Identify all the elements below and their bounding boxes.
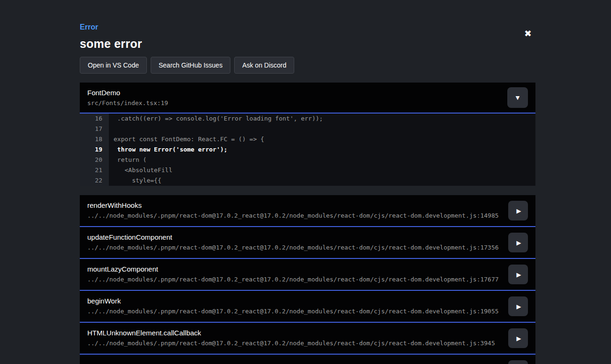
stack-frame-location: ../../node_modules/.pnpm/react-dom@17.0.… bbox=[87, 244, 528, 251]
line-source: style={{ bbox=[109, 175, 161, 186]
expand-frame-button[interactable]: ▶ bbox=[508, 233, 528, 252]
expand-frame-button[interactable]: ▶ bbox=[508, 360, 528, 364]
expand-frame-button[interactable]: ▶ bbox=[508, 296, 528, 316]
error-type-label: Error bbox=[80, 23, 535, 31]
error-overlay: ✖ Error some error Open in VS Code Searc… bbox=[80, 23, 535, 364]
line-source: <AbsoluteFill bbox=[109, 165, 172, 175]
play-icon: ▶ bbox=[517, 272, 521, 278]
code-frame-function-name: FontDemo bbox=[87, 89, 528, 97]
line-number: 17 bbox=[80, 124, 109, 134]
expand-frame-button[interactable]: ▶ bbox=[508, 265, 528, 284]
line-number: 21 bbox=[80, 165, 109, 175]
line-source: return ( bbox=[109, 155, 146, 165]
chevron-down-icon: ▼ bbox=[516, 95, 519, 100]
stack-frame-function-name: mountLazyComponent bbox=[87, 265, 528, 273]
action-buttons-row: Open in VS Code Search GitHub Issues Ask… bbox=[80, 57, 535, 74]
play-icon: ▶ bbox=[517, 303, 521, 310]
code-line: 16 .catch((err) => console.log('Error lo… bbox=[80, 114, 535, 124]
stack-frame-function-name: HTMLUnknownElement.callCallback bbox=[87, 329, 528, 337]
close-icon[interactable]: ✖ bbox=[524, 29, 532, 38]
line-number: 19 bbox=[80, 144, 109, 155]
stack-frame-function-name: beginWork bbox=[87, 297, 528, 305]
line-source bbox=[109, 124, 114, 134]
stack-frame-row: HTMLUnknownElement.callCallback ../../no… bbox=[80, 323, 535, 355]
stack-frame-row: mountLazyComponent ../../node_modules/.p… bbox=[80, 259, 535, 291]
code-frame-location: src/Fonts/index.tsx:19 bbox=[87, 99, 528, 107]
code-line: 20 return ( bbox=[80, 155, 535, 165]
play-icon: ▶ bbox=[517, 335, 521, 341]
code-line: 17 bbox=[80, 124, 535, 134]
code-frame: FontDemo src/Fonts/index.tsx:19 ▼ 16 .ca… bbox=[80, 83, 535, 186]
stack-frame-row: beginWork ../../node_modules/.pnpm/react… bbox=[80, 291, 535, 323]
action-button[interactable]: Search GitHub Issues bbox=[151, 57, 230, 74]
stack-frame-function-name: renderWithHooks bbox=[87, 201, 528, 210]
line-number: 18 bbox=[80, 134, 109, 144]
action-button[interactable]: Open in VS Code bbox=[80, 57, 147, 74]
expand-frame-button[interactable]: ▶ bbox=[508, 201, 528, 220]
stack-frame-location: ../../node_modules/.pnpm/react-dom@17.0.… bbox=[87, 276, 528, 283]
line-source: .catch((err) => console.log('Error loadi… bbox=[109, 114, 323, 124]
code-line: 19 throw new Error('some error'); bbox=[80, 144, 535, 155]
line-source: throw new Error('some error'); bbox=[109, 144, 228, 155]
error-message: some error bbox=[80, 38, 535, 50]
code-line: 22 style={{ bbox=[80, 175, 535, 186]
expand-frame-button[interactable]: ▶ bbox=[508, 328, 528, 348]
stack-frame-location: ../../node_modules/.pnpm/react-dom@17.0.… bbox=[87, 340, 528, 347]
stack-frame-row-partial: ▶ bbox=[80, 355, 535, 364]
code-body: 16 .catch((err) => console.log('Error lo… bbox=[80, 114, 535, 186]
stack-frame-row: renderWithHooks ../../node_modules/.pnpm… bbox=[80, 195, 535, 227]
code-frame-header: FontDemo src/Fonts/index.tsx:19 ▼ bbox=[80, 83, 535, 114]
stack-frame-function-name: updateFunctionComponent bbox=[87, 233, 528, 242]
line-number: 20 bbox=[80, 155, 109, 165]
collapse-code-button[interactable]: ▼ bbox=[507, 87, 528, 108]
stack-frame-list: renderWithHooks ../../node_modules/.pnpm… bbox=[80, 195, 535, 364]
stack-frame-location: ../../node_modules/.pnpm/react-dom@17.0.… bbox=[87, 308, 528, 315]
code-line: 21 <AbsoluteFill bbox=[80, 165, 535, 175]
line-source: export const FontDemo: React.FC = () => … bbox=[109, 134, 264, 144]
line-number: 22 bbox=[80, 175, 109, 186]
line-number: 16 bbox=[80, 114, 109, 124]
stack-frame-location: ../../node_modules/.pnpm/react-dom@17.0.… bbox=[87, 212, 528, 220]
stack-frame-row: updateFunctionComponent ../../node_modul… bbox=[80, 227, 535, 259]
action-button[interactable]: Ask on Discord bbox=[234, 57, 294, 74]
code-line: 18 export const FontDemo: React.FC = () … bbox=[80, 134, 535, 144]
play-icon: ▶ bbox=[517, 208, 521, 214]
play-icon: ▶ bbox=[517, 240, 521, 246]
